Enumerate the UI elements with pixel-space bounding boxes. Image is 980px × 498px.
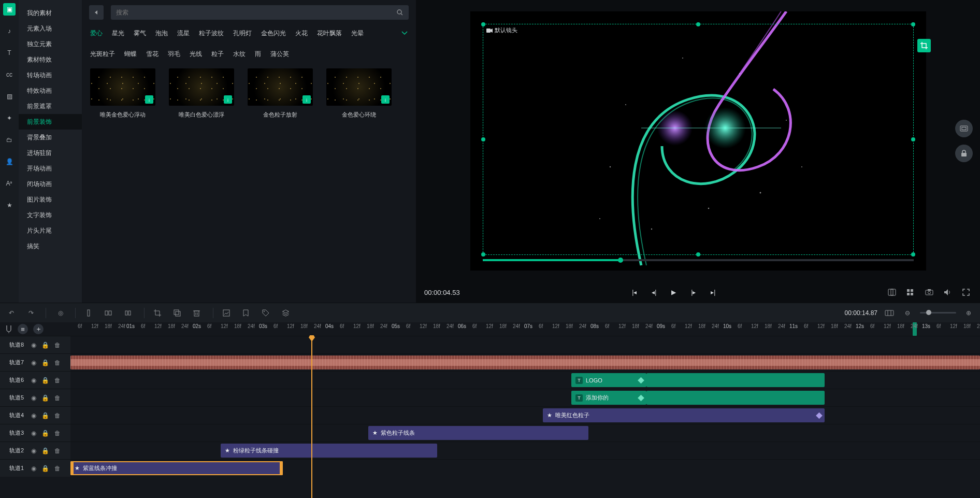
lock-button[interactable] [955,145,973,162]
asset-thumbnail[interactable]: ↓金色粒子放射 [248,68,313,119]
category-item[interactable]: 独立元素 [19,36,82,52]
search-box[interactable] [111,5,409,20]
track-delete-button[interactable]: 🗑 [54,359,61,366]
plugin-icon[interactable]: ✦ [3,112,16,124]
expand-tags-button[interactable] [401,31,408,35]
track-lane[interactable] [70,354,980,371]
filter-tag[interactable]: 雪花 [146,49,158,59]
fullscreen-button[interactable] [962,289,972,296]
category-item[interactable]: 搞笑 [19,238,82,254]
filter-tag[interactable]: 羽毛 [168,49,180,59]
split-right-button[interactable] [124,309,135,317]
download-icon[interactable]: ↓ [224,95,232,104]
filter-tag[interactable]: 泡泡 [155,28,168,38]
track-lane[interactable]: ★紫色粒子线条 [70,424,980,442]
crop-tool-button[interactable] [154,309,164,317]
selection-box[interactable]: 默认镜头 [483,24,914,255]
split-button[interactable] [85,309,95,317]
track-lane[interactable]: ★粉绿粒子线条碰撞 [70,442,980,459]
filter-tag[interactable]: 雾气 [134,28,146,38]
track-delete-button[interactable]: 🗑 [54,447,61,454]
track-visibility-button[interactable]: ◉ [31,359,36,366]
track-delete-button[interactable]: 🗑 [54,412,61,419]
volume-button[interactable] [944,289,953,296]
audio-clip[interactable] [70,355,980,369]
track-filter-button[interactable]: ≡ [18,324,28,334]
typography-icon[interactable]: Aᵃ [3,177,16,190]
filter-tag[interactable]: 粒子 [211,49,224,59]
redo-button[interactable]: ↷ [26,309,36,317]
track-lock-button[interactable]: 🔒 [41,447,49,454]
category-item[interactable]: 进场驻留 [19,145,82,161]
go-end-button[interactable]: ▸| [709,289,718,296]
keyframe-icon[interactable] [638,394,644,401]
search-icon[interactable] [396,9,403,16]
go-start-button[interactable]: |◂ [630,289,639,296]
category-item[interactable]: 文字装饰 [19,207,82,223]
filter-tag[interactable]: 光晕 [351,28,364,38]
asset-thumbnail[interactable]: ↓金色爱心环绕 [326,68,392,119]
filter-tag[interactable]: 流星 [177,28,190,38]
copy-button[interactable] [174,309,184,317]
track-lane[interactable]: TLOGO [70,372,980,389]
download-icon[interactable]: ↓ [145,95,153,104]
timeline-clip[interactable]: ★紫蓝线条冲撞 [70,461,283,475]
asset-thumbnail[interactable]: ↓唯美白色爱心漂浮 [169,68,234,119]
grid-button[interactable] [906,289,916,296]
track-visibility-button[interactable]: ◉ [31,377,36,384]
preview-scrubber[interactable] [483,259,914,261]
prev-frame-button[interactable]: ◂| [650,289,659,296]
category-item[interactable]: 图片装饰 [19,192,82,207]
timeline-clip[interactable]: T添加你的 [571,391,646,405]
track-delete-button[interactable]: 🗑 [54,394,61,402]
filter-tag[interactable]: 雨 [255,49,261,59]
track-delete-button[interactable]: 🗑 [54,430,61,437]
filter-tag[interactable]: 蝴蝶 [124,49,137,59]
back-button[interactable] [89,5,104,20]
play-button[interactable]: ▶ [669,289,679,296]
category-item[interactable]: 片头片尾 [19,223,82,238]
text-icon[interactable]: T [3,47,16,59]
category-item[interactable]: 开场动画 [19,161,82,176]
track-delete-button[interactable]: 🗑 [54,465,61,472]
filter-tag[interactable]: 火花 [295,28,308,38]
timeline-clip[interactable] [646,373,825,387]
next-frame-button[interactable]: |▸ [689,289,698,296]
filter-tag[interactable]: 爱心 [90,28,103,38]
category-item[interactable]: 元素入场 [19,21,82,36]
person-icon[interactable]: 👤 [3,155,16,168]
delete-button[interactable] [193,309,204,317]
timeline-clip[interactable]: ★粉绿粒子线条碰撞 [221,444,437,458]
category-item[interactable]: 素材特效 [19,52,82,67]
filter-tag[interactable]: 金色闪光 [261,28,286,38]
track-lock-button[interactable]: 🔒 [41,377,49,384]
pattern-icon[interactable]: ▨ [3,90,16,103]
category-item[interactable]: 特效动画 [19,83,82,98]
track-lock-button[interactable]: 🔒 [41,412,49,419]
magnet-button[interactable] [5,325,12,333]
filter-tag[interactable]: 孔明灯 [233,28,252,38]
track-lock-button[interactable]: 🔒 [41,430,49,437]
track-lane[interactable]: T添加你的 [70,389,980,406]
track-visibility-button[interactable]: ◉ [31,412,36,419]
download-icon[interactable]: ↓ [381,95,390,104]
track-visibility-button[interactable]: ◉ [31,465,36,472]
track-visibility-button[interactable]: ◉ [31,447,36,454]
category-item[interactable]: 前景遮罩 [19,98,82,114]
media-icon[interactable]: ▣ [3,3,16,16]
timeline-clip[interactable]: ★紫色粒子线条 [368,426,588,440]
zoom-out-button[interactable]: ⊖ [902,309,913,317]
crop-button[interactable] [917,39,931,52]
track-lock-button[interactable]: 🔒 [41,394,49,402]
category-item[interactable]: 前景装饰 [19,114,82,130]
search-input[interactable] [116,9,396,16]
timeline-clip[interactable] [646,391,825,405]
category-item[interactable]: 背景叠加 [19,130,82,145]
track-lane[interactable]: ★唯美红色粒子 [70,407,980,424]
split-left-button[interactable] [105,309,115,317]
mark-button[interactable] [242,309,253,317]
zoom-slider[interactable] [920,312,956,314]
zoom-in-button[interactable]: ⊕ [963,309,974,317]
add-track-button[interactable]: ＋ [33,324,44,334]
track-lock-button[interactable]: 🔒 [41,359,49,366]
